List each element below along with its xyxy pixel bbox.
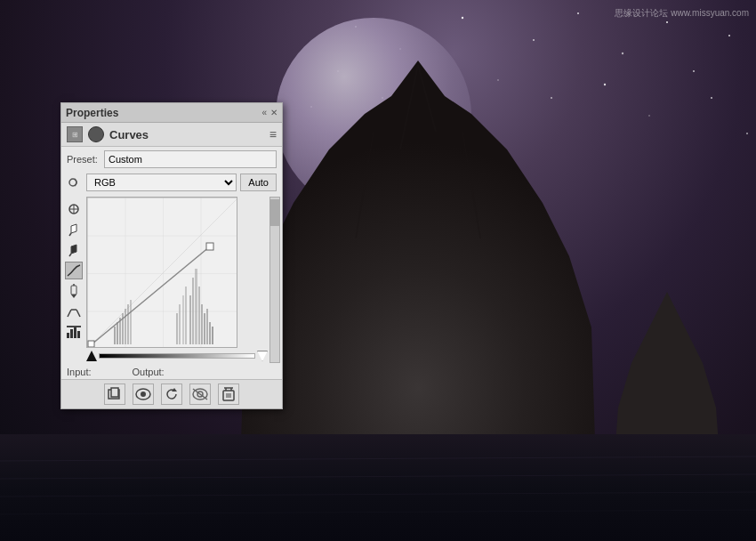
svg-rect-36 (71, 286, 76, 295)
svg-rect-63 (185, 287, 187, 344)
svg-point-8 (728, 35, 730, 36)
curve-adjustment-tool[interactable] (65, 262, 83, 279)
svg-rect-48 (87, 198, 237, 348)
properties-panel: Properties « ✕ ⊞ Curves ≡ Preset: Custom… (60, 102, 283, 409)
panel-scrollbar[interactable] (269, 197, 280, 363)
panel-titlebar: Properties « ✕ (61, 103, 282, 123)
titlebar-controls: « ✕ (261, 108, 277, 117)
scrollbar-thumb[interactable] (270, 199, 279, 226)
svg-line-28 (0, 492, 756, 497)
svg-rect-45 (77, 331, 80, 338)
svg-point-14 (604, 84, 606, 85)
smooth-tool[interactable] (65, 303, 83, 320)
preset-row: Preset: Custom Default Linear Contrast M… (61, 147, 282, 172)
svg-point-3 (533, 39, 535, 41)
visibility-button[interactable] (133, 384, 154, 405)
svg-rect-53 (195, 269, 197, 344)
svg-line-27 (0, 474, 756, 479)
input-label: Input: (67, 367, 92, 377)
rock-formation (240, 61, 596, 470)
svg-rect-68 (125, 309, 126, 344)
channel-select[interactable]: RGB Red Green Blue (86, 174, 237, 191)
svg-rect-70 (130, 300, 132, 344)
svg-marker-37 (71, 295, 76, 298)
bottom-toolbar (61, 379, 282, 408)
panel-header: ⊞ Curves ≡ (61, 123, 282, 147)
tools-column (63, 197, 84, 363)
svg-point-15 (648, 115, 650, 117)
svg-rect-62 (182, 295, 184, 344)
svg-rect-75 (111, 388, 118, 397)
gradient-slider-track[interactable] (99, 353, 255, 359)
svg-point-2 (462, 17, 463, 19)
svg-point-5 (622, 52, 623, 54)
auto-button[interactable]: Auto (240, 174, 277, 191)
curves-circle-icon (88, 126, 104, 142)
svg-point-6 (666, 21, 668, 23)
pencil-tool[interactable] (65, 282, 83, 300)
preset-select[interactable]: Custom Default Linear Contrast Medium Co… (104, 150, 277, 168)
curves-label: Curves (109, 128, 149, 141)
svg-point-77 (141, 392, 146, 397)
black-point-eyedropper[interactable] (65, 241, 83, 259)
io-row: Input: Output: (61, 365, 282, 379)
new-adjustment-button[interactable] (104, 384, 125, 405)
channel-row: RGB Red Green Blue Auto (61, 172, 282, 195)
output-label: Output: (133, 367, 165, 377)
svg-rect-55 (201, 304, 203, 344)
panel-title: Properties (66, 107, 118, 119)
svg-line-40 (76, 310, 80, 317)
svg-rect-52 (192, 278, 194, 344)
curve-sliders (86, 348, 268, 363)
svg-marker-20 (240, 61, 596, 470)
svg-point-16 (711, 97, 712, 99)
close-button[interactable]: ✕ (270, 108, 277, 117)
watermark: 思缘设计论坛 www.missyuan.com (615, 7, 749, 20)
view-previous-button[interactable] (189, 384, 211, 405)
svg-point-4 (577, 12, 579, 14)
white-point-eyedropper[interactable] (65, 221, 83, 238)
svg-rect-56 (204, 313, 205, 344)
svg-point-7 (693, 70, 695, 72)
svg-rect-64 (114, 327, 116, 344)
svg-rect-58 (209, 322, 211, 344)
curve-container (86, 197, 268, 363)
svg-line-29 (0, 510, 756, 514)
curves-adjustment-icon: ⊞ (67, 126, 83, 142)
svg-rect-54 (198, 287, 200, 344)
svg-rect-59 (212, 327, 213, 344)
white-point-slider[interactable] (257, 351, 268, 361)
svg-point-17 (746, 133, 748, 134)
svg-rect-51 (189, 295, 191, 344)
preset-label: Preset: (67, 154, 101, 165)
svg-rect-42 (67, 333, 69, 338)
curve-canvas[interactable] (86, 197, 237, 348)
show-clipping-icon[interactable] (65, 323, 83, 341)
main-content (61, 195, 282, 365)
svg-rect-73 (88, 341, 94, 347)
svg-rect-43 (70, 329, 73, 338)
svg-rect-69 (127, 304, 129, 344)
collapse-button[interactable]: « (261, 108, 267, 117)
svg-rect-61 (179, 304, 181, 344)
delete-button[interactable] (218, 384, 239, 405)
panel-menu-icon[interactable]: ≡ (269, 127, 277, 141)
water-surface (0, 434, 756, 541)
svg-line-34 (69, 233, 71, 236)
svg-rect-60 (176, 313, 178, 344)
svg-line-26 (0, 456, 756, 461)
svg-line-39 (68, 310, 71, 317)
svg-rect-46 (67, 326, 81, 327)
svg-rect-65 (117, 322, 118, 344)
black-point-slider[interactable] (86, 351, 97, 361)
sample-point-tool[interactable] (65, 200, 83, 218)
svg-line-35 (69, 254, 71, 256)
svg-rect-44 (74, 327, 76, 338)
svg-rect-72 (206, 243, 213, 250)
channel-icon (67, 174, 83, 190)
svg-rect-57 (206, 309, 208, 344)
reset-button[interactable] (161, 384, 182, 405)
